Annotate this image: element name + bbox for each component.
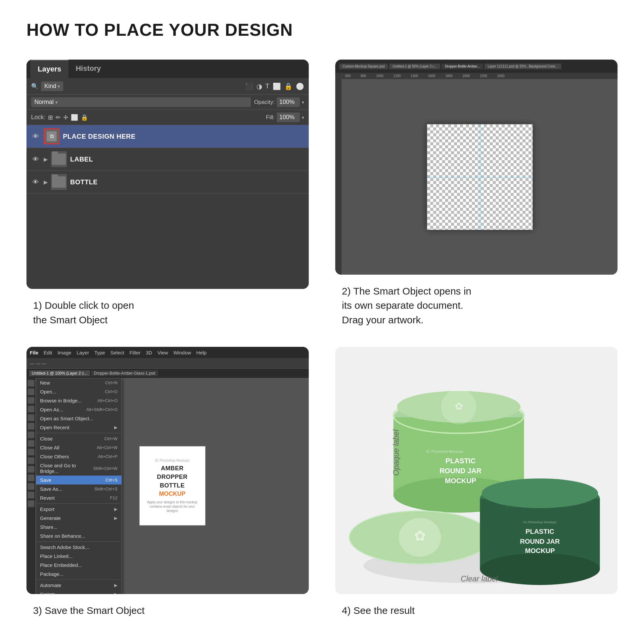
ps-tool-lasso[interactable] xyxy=(28,397,34,404)
menu-3d[interactable]: 3D xyxy=(146,350,152,355)
expand-arrow-icon-3[interactable]: ▶ xyxy=(44,179,48,185)
ps-tool-crop[interactable] xyxy=(28,406,34,412)
menu-item-export[interactable]: Export ▶ xyxy=(36,505,121,514)
type-filter-icon[interactable]: T xyxy=(265,82,269,90)
ps-tool-dodge[interactable] xyxy=(28,457,34,464)
menu-item-open-as[interactable]: Open As... Alt+Shift+Ctrl+O xyxy=(36,405,121,414)
ps-tool-gradient[interactable] xyxy=(28,449,34,455)
dropdown-arrow-icon: ▾ xyxy=(58,84,60,89)
ps-tool-stamp[interactable] xyxy=(28,432,34,438)
cell-4: ✿ 01 Photoshop Mockups PLASTIC ROUND JAR… xyxy=(335,347,618,618)
menu-item-save[interactable]: Save Ctrl+S xyxy=(36,476,121,484)
doc-tab-1[interactable]: Custom-Mockup-Square.psd xyxy=(339,64,388,69)
artboard-filter-icon[interactable]: ⚪ xyxy=(296,82,304,90)
doc-tab-2[interactable]: Untitled-1 @ 50% (Layer 2 c... xyxy=(389,64,440,69)
blend-mode-dropdown[interactable]: Normal ▾ xyxy=(31,97,251,107)
lock-position-icon[interactable]: ✛ xyxy=(63,114,68,121)
jar3-lid-fill xyxy=(482,479,598,508)
menu-layer[interactable]: Layer xyxy=(76,350,89,355)
inner-doc-mockup-label: MOCKUP xyxy=(159,490,186,497)
fill-input[interactable]: 100% xyxy=(277,113,300,122)
menu-view[interactable]: View xyxy=(158,350,168,355)
ruler-numbers: 60080010001200140016001800200022002400 xyxy=(342,73,618,79)
menu-item-search-stock[interactable]: Search Adobe Stock... xyxy=(36,543,121,552)
shape-filter-icon[interactable]: ⬜ xyxy=(273,82,281,90)
layer-item-bottle[interactable]: 👁 ▶ BOTTLE xyxy=(26,171,309,194)
menu-item-place-embedded[interactable]: Place Embedded... xyxy=(36,561,121,570)
jar1-product-line2: ROUND JAR xyxy=(439,467,482,475)
layers-panel: Layers History 🔍 Kind ▾ xyxy=(26,60,309,289)
menu-item-close-all[interactable]: Close All Alt+Ctrl+W xyxy=(36,443,121,452)
menu-item-close-others[interactable]: Close Others Alt+Ctrl+P xyxy=(36,452,121,461)
file-menu-window: File Edit Image Layer Type Select Filter… xyxy=(26,347,309,594)
menu-file[interactable]: File xyxy=(30,350,38,355)
ps-tool-select[interactable] xyxy=(28,389,34,395)
menu-item-new[interactable]: New Ctrl+N xyxy=(36,378,121,387)
inner-doc-title-line1: AMBER xyxy=(161,465,184,472)
lock-brush-icon[interactable]: ✏ xyxy=(56,114,61,121)
menu-item-share-behance[interactable]: Share on Behance... xyxy=(36,531,121,540)
doc-tab-4[interactable]: Layer 111111.psd @ 25%...Background Colo… xyxy=(484,64,561,69)
ps-doc-tab-2[interactable]: Dropper-Bottle-Amber-Glass-1.psd xyxy=(91,370,158,376)
menu-help[interactable]: Help xyxy=(196,350,207,355)
lock-icons: ⊞ ✏ ✛ ⬜ 🔒 xyxy=(48,114,88,121)
menu-item-close[interactable]: Close Ctrl+W xyxy=(36,434,121,443)
smart-filter-icon[interactable]: 🔒 xyxy=(284,82,293,90)
layers-search-bar: 🔍 Kind ▾ ⬛ ◑ T ⬜ 🔒 ⚪ xyxy=(26,78,309,95)
file-dropdown-menu: New Ctrl+N Open... Ctrl+O Browse in Brid… xyxy=(36,378,122,594)
clear-label-text: Clear label xyxy=(461,575,498,583)
layers-tab[interactable]: Layers xyxy=(30,60,69,78)
menu-edit[interactable]: Edit xyxy=(44,350,52,355)
kind-dropdown[interactable]: Kind ▾ xyxy=(41,81,63,91)
ps-tool-pen[interactable] xyxy=(28,466,34,473)
menu-item-browse[interactable]: Browse in Bridge... Alt+Ctrl+O xyxy=(36,396,121,405)
visibility-icon-1[interactable]: 👁 xyxy=(31,132,40,141)
menu-item-save-as[interactable]: Save As... Shift+Ctrl+S xyxy=(36,484,121,493)
ps-tool-hand[interactable] xyxy=(28,492,34,498)
menu-item-close-bridge[interactable]: Close and Go to Bridge... Shift+Ctrl+W xyxy=(36,461,121,476)
lock-fill-row: Lock: ⊞ ✏ ✛ ⬜ 🔒 Fill: 100% xyxy=(26,110,309,125)
pixel-filter-icon[interactable]: ⬛ xyxy=(245,82,253,90)
ps-doc-tab-1[interactable]: Untitled-1 @ 100% (Layer 2 c... xyxy=(29,370,90,376)
expand-arrow-icon-2[interactable]: ▶ xyxy=(44,156,48,162)
menu-item-automate[interactable]: Automate ▶ xyxy=(36,581,121,590)
menu-item-open-smart[interactable]: Open as Smart Object... xyxy=(36,414,121,423)
adjustment-filter-icon[interactable]: ◑ xyxy=(256,82,262,90)
visibility-icon-3[interactable]: 👁 xyxy=(31,177,40,187)
menu-item-open-recent[interactable]: Open Recent ▶ xyxy=(36,423,121,432)
ps-tool-shape[interactable] xyxy=(28,483,34,490)
opacity-input[interactable]: 100% xyxy=(277,97,300,107)
ps-tool-eyedropper[interactable] xyxy=(28,414,34,421)
menu-filter[interactable]: Filter xyxy=(129,350,140,355)
layer-item-label[interactable]: 👁 ▶ LABEL xyxy=(26,148,309,171)
visibility-icon-2[interactable]: 👁 xyxy=(31,155,40,164)
ps-tool-type[interactable] xyxy=(28,475,34,481)
ps-options-toolbar: — — — xyxy=(26,358,309,369)
menu-item-scripts[interactable]: Scripts ▶ xyxy=(36,590,121,594)
menu-item-package[interactable]: Package... xyxy=(36,570,121,578)
jar3-brand-text: 01 Photoshop Mockups xyxy=(523,520,556,524)
doc-tab-3[interactable]: Dropper-Bottle-Amber... xyxy=(441,64,483,69)
layer-item-place-design[interactable]: 👁 ⧉ PLACE DESIGN HERE xyxy=(26,125,309,148)
lock-artboard-icon[interactable]: ⬜ xyxy=(71,114,78,121)
ps-tool-move[interactable] xyxy=(28,380,34,387)
menu-item-revert[interactable]: Revert F12 xyxy=(36,493,121,502)
blend-mode-arrow-icon: ▾ xyxy=(55,100,58,105)
search-icon: 🔍 xyxy=(31,83,38,90)
lock-pixels-icon[interactable]: ⊞ xyxy=(48,114,53,121)
menu-image[interactable]: Image xyxy=(58,350,71,355)
ps-tool-zoom[interactable] xyxy=(28,500,34,507)
lock-all-icon[interactable]: 🔒 xyxy=(81,114,88,121)
ps-tool-eraser[interactable] xyxy=(28,440,34,447)
menu-window[interactable]: Window xyxy=(173,350,191,355)
fill-arrow-icon: ▾ xyxy=(302,115,304,120)
menu-select[interactable]: Select xyxy=(110,350,124,355)
menu-item-share[interactable]: Share... xyxy=(36,523,121,531)
menu-item-generate[interactable]: Generate ▶ xyxy=(36,514,121,523)
menu-item-place-linked[interactable]: Place Linked... xyxy=(36,552,121,561)
caption-2: 2) The Smart Object opens inits own sepa… xyxy=(335,284,618,327)
menu-item-open[interactable]: Open... Ctrl+O xyxy=(36,387,121,396)
menu-type[interactable]: Type xyxy=(94,350,105,355)
history-tab[interactable]: History xyxy=(69,60,108,78)
ps-tool-brush[interactable] xyxy=(28,423,34,430)
